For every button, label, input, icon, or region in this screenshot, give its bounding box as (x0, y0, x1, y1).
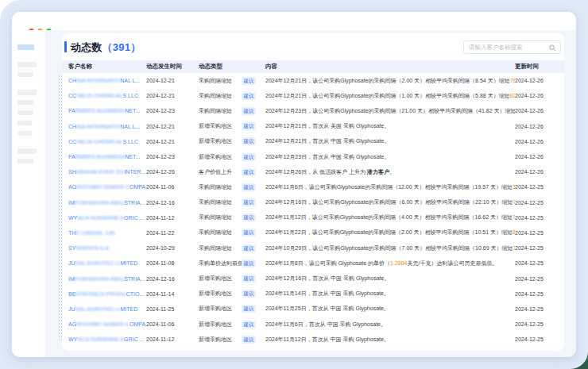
table-row: JUSAL AGROTEC LIMITED 2024-11-25 新增采购地区 … (62, 302, 564, 317)
customer-name-link[interactable]: CCHELIS CHEMICALS LLC (68, 139, 146, 144)
page-title-count: （391） (103, 41, 141, 53)
sidebar-item[interactable] (17, 110, 33, 115)
sidebar-item[interactable] (17, 148, 37, 154)
table-row: SYNGENTA S.A 2024-10-29 采购间隔缩短 建议 2024年1… (62, 240, 564, 256)
event-date: 2024-10-29 (146, 245, 199, 251)
search-icon[interactable] (549, 44, 556, 52)
event-date: 2024-12-21 (146, 93, 199, 98)
suggestion-tag: 建议 (242, 321, 256, 329)
table-body: CHINA INTERNATIONAL L... 2024-12-21 采购间隔… (62, 73, 564, 347)
search-input[interactable]: 请输入客户名称搜索 (463, 40, 561, 54)
col-header-content: 内容 (265, 63, 515, 71)
update-date: 2024-12-26 (515, 93, 559, 98)
customer-name-link[interactable]: CHINA INTERNATIONAL L... (68, 124, 146, 129)
update-date: 2024-12-25 (515, 306, 559, 312)
event-content: 2024年12月16日，首次从 中国 采购 Glyphosate。 (265, 275, 515, 283)
suggestion-tag: 建议 (242, 290, 256, 298)
event-content: 2024年11月25日，首次从 中国 采购 Glyphosate。 (265, 305, 515, 313)
table-header: 客户名称 动态发生时间 动态类型 内容 更新时间 (62, 60, 564, 73)
table-row: WYNCA SUNSHINE AGRIC ... 2024-11-12 采购间隔… (62, 210, 564, 225)
update-date: 2024-12-25 (515, 321, 559, 327)
event-date: 2024-11-06 (146, 321, 199, 327)
event-type: 新增采购地区 (199, 305, 242, 313)
customer-name-link[interactable]: IMPORTADORA INDUSTRIA... (68, 200, 146, 206)
event-date: 2024-11-12 (146, 215, 199, 221)
suggestion-tag: 建议 (242, 259, 256, 267)
event-type: 采购间隔缩短 (199, 198, 242, 206)
customer-name-link[interactable]: BESTRONICS PRODUCTIO... (68, 291, 146, 297)
update-date: 2024-12-25 (515, 245, 559, 251)
suggestion-tag: 建议 (242, 229, 256, 236)
sidebar-item[interactable] (17, 62, 37, 67)
event-type: 采购间隔缩短 (199, 213, 242, 221)
customer-name-link[interactable]: CCHELIS CHEMICALS LLC (68, 93, 146, 98)
event-date: 2024-12-16 (146, 200, 199, 206)
event-content: 2024年11月8日，该公司采购 Glyphosate 的单价（1.2884美元… (265, 259, 515, 267)
customer-name-link[interactable]: SHANGHAI EVER GOINTER... (68, 169, 146, 175)
event-type: 采购间隔缩短 (199, 77, 242, 85)
customer-name-link[interactable]: THE CANGEL 135 (68, 230, 146, 236)
customer-name-link[interactable]: WYNCA SUNSHINE AGRIC ... (68, 336, 146, 342)
sidebar-item[interactable] (17, 121, 32, 125)
suggestion-tag: 建议 (242, 213, 256, 221)
suggestion-tag: 建议 (242, 77, 256, 85)
table-row: BESTRONICS PRODUCTIO... 2024-11-14 新增采购地… (62, 286, 564, 302)
suggestion-tag: 建议 (242, 122, 256, 130)
event-date: 2024-12-23 (146, 154, 199, 160)
event-date: 2024-12-23 (146, 108, 199, 113)
customer-name-link[interactable]: JUSAL AGROTEC LIMITED (68, 306, 146, 312)
event-date: 2024-11-08 (146, 260, 199, 266)
sidebar-item[interactable] (17, 100, 33, 105)
update-date: 2024-12-25 (515, 215, 559, 221)
event-content: 2024年12月16日，该公司采购Glyphosate的采购间隔（6.00 天）… (265, 198, 515, 206)
suggestion-tag: 建议 (242, 275, 256, 283)
sidebar-item[interactable] (17, 72, 33, 77)
event-type: 采购间隔缩短 (199, 229, 242, 236)
update-date: 2024-12-25 (515, 260, 559, 266)
sidebar-item[interactable] (17, 159, 33, 163)
col-header-customer: 客户名称 (68, 63, 146, 71)
customer-name-link[interactable]: SYNGENTA S.A (68, 245, 146, 251)
event-content: 2024年12月21日，该公司采购Glyphosate的采购间隔（1.00 天）… (265, 92, 515, 100)
suggestion-tag: 建议 (242, 198, 256, 206)
suggestion-tag: 建议 (242, 92, 256, 100)
customer-name-link[interactable]: JUSAL AGROTEC LIMITED (68, 260, 146, 266)
customer-name-link[interactable]: WYNCA SUNSHINE AGRIC ... (68, 215, 146, 221)
event-content: 2024年11月6日，该公司采购Glyphosate的采购间隔（12.00 天）… (265, 183, 515, 191)
event-content: 2024年11月22日，该公司采购Glyphosate的采购间隔（2.00 天）… (265, 229, 515, 236)
sidebar-item[interactable] (17, 131, 32, 136)
update-date: 2024-12-26 (515, 124, 559, 129)
event-type: 新增采购地区 (199, 137, 242, 145)
event-type: 采购间隔缩短 (199, 183, 242, 191)
page-title-text: 动态数 (71, 41, 103, 53)
customer-name-link[interactable]: FARMERS BUSINESSNET... (68, 108, 146, 113)
sidebar-item[interactable] (17, 90, 37, 95)
table-row: FARMERS BUSINESSNET... 2024-12-23 新增采购地区… (62, 149, 564, 164)
customer-name-link[interactable]: AGROCHMO SHANXI COMPA... (68, 321, 146, 327)
customer-name-link[interactable]: AGROCHMO SHANXI COMPA... (68, 184, 146, 190)
update-date: 2024-12-26 (515, 169, 559, 175)
customer-name-link[interactable]: IMPORTADORA INDUSTRIA... (68, 276, 146, 282)
table-row: WYNCA SUNSHINE AGRIC ... 2024-11-12 新增采购… (62, 332, 564, 347)
event-content: 2024年10月29日，该公司采购Glyphosate的采购间隔（7.00 天）… (265, 244, 515, 252)
event-content: 2024年11月6日，首次从 中国 采购 Glyphosate。 (265, 321, 515, 329)
event-type: 采购间隔缩短 (199, 92, 242, 100)
main-area: 动态数（391） 请输入客户名称搜索 客户名称 动态发生时间 动态类型 内容 更… (45, 30, 576, 357)
event-date: 2024-11-14 (146, 291, 199, 297)
table-row: CHINA INTERNATIONAL L... 2024-12-21 新增采购… (62, 119, 564, 134)
table-row: AGROCHMO SHANXI COMPA... 2024-11-06 新增采购… (62, 317, 564, 332)
event-date: 2024-12-21 (146, 78, 199, 83)
event-date: 2024-11-12 (146, 336, 199, 342)
sidebar-item-selected[interactable] (17, 44, 34, 50)
customer-name-link[interactable]: CHINA INTERNATIONAL L... (68, 78, 146, 83)
table-row: CCHELIS CHEMICALS LLC 2024-12-21 新增采购地区 … (62, 134, 564, 149)
event-type: 新增采购地区 (199, 122, 242, 130)
window-titlebar (12, 12, 576, 30)
event-content: 2024年12月23日，该公司采购Glyphosate的采购间隔（21.00 天… (265, 107, 515, 115)
table-row: IMPORTADORA INDUSTRIA... 2024-12-16 采购间隔… (62, 195, 564, 210)
event-type: 采购间隔缩短 (199, 244, 242, 252)
event-content: 2024年11月14日，首次从 中国 采购 Glyphosate。 (265, 290, 515, 298)
event-date: 2024-12-21 (146, 124, 199, 129)
customer-name-link[interactable]: FARMERS BUSINESSNET... (68, 154, 146, 160)
table-row: AGROCHMO SHANXI COMPA... 2024-11-06 采购间隔… (62, 179, 564, 194)
